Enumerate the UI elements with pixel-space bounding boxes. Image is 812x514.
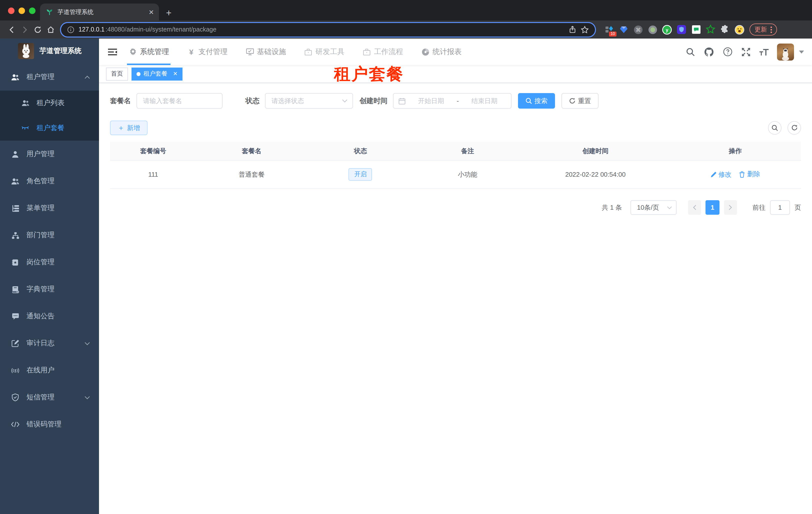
avatar-caret-down-icon[interactable] — [799, 50, 804, 53]
add-button[interactable]: ＋ 新增 — [110, 120, 147, 135]
minimize-window-button[interactable] — [19, 7, 25, 14]
app-header: 系统管理 ¥ 支付管理 基础设施 研发工具 — [99, 38, 812, 65]
sidebar-item-dict-management[interactable]: 字典管理 — [0, 276, 99, 303]
active-tag-dot — [137, 72, 141, 76]
app-logo[interactable]: 芋道管理系统 — [0, 38, 99, 63]
sidebar-item-online-users[interactable]: 在线用户 — [0, 357, 99, 384]
tag-tenant-package[interactable]: 租户套餐 ✕ — [132, 67, 182, 80]
badge-icon — [11, 258, 20, 267]
topnav-dev-tools[interactable]: 研发工具 — [302, 38, 346, 65]
sidebar-item-department-management[interactable]: 部门管理 — [0, 222, 99, 249]
next-page-button[interactable] — [724, 200, 737, 215]
edit-link[interactable]: 修改 — [710, 170, 731, 179]
search-button[interactable]: 搜索 — [518, 93, 555, 109]
gear-icon — [128, 48, 137, 56]
date-range-picker[interactable]: 开始日期 - 结束日期 — [393, 93, 512, 109]
extension-star-icon[interactable] — [705, 25, 716, 34]
sidebar-item-label: 短信管理 — [27, 393, 55, 402]
sidebar-menu: 租户管理 租户列表 租户套餐 — [0, 63, 99, 438]
browser-update-button[interactable]: 更新 — [750, 24, 777, 35]
reset-button[interactable]: 重置 — [561, 93, 599, 109]
search-button-label: 搜索 — [534, 96, 548, 105]
zoom-window-button[interactable] — [29, 7, 35, 14]
sidebar-item-label: 通知公告 — [27, 312, 55, 321]
search-icon[interactable] — [685, 46, 696, 58]
package-name-input[interactable] — [137, 93, 223, 109]
sidebar-item-audit-log[interactable]: 审计日志 — [0, 330, 99, 357]
chevron-down-icon — [667, 206, 672, 209]
tag-close-icon[interactable]: ✕ — [173, 71, 177, 77]
broadcast-user-icon — [11, 366, 20, 375]
chat-bubble-icon — [11, 312, 20, 321]
user-avatar[interactable] — [777, 43, 794, 60]
extension-tabs-icon[interactable]: 10 — [604, 25, 614, 34]
tab-close-icon[interactable]: ✕ — [148, 8, 154, 16]
github-icon[interactable] — [703, 46, 715, 58]
topnav-statistics-report[interactable]: 统计报表 — [419, 38, 463, 65]
page-size-select[interactable]: 10条/页 — [631, 200, 676, 215]
goto-page-input[interactable] — [770, 200, 790, 215]
end-date-input[interactable]: 结束日期 — [463, 96, 506, 105]
extensions-puzzle-icon[interactable] — [720, 25, 730, 34]
status-select[interactable]: 请选择状态 — [265, 93, 353, 109]
bookmark-star-icon[interactable] — [580, 25, 589, 34]
prev-page-button[interactable] — [688, 200, 701, 215]
topnav-payment-management[interactable]: ¥ 支付管理 — [185, 38, 229, 65]
extension-y-icon[interactable]: y — [662, 25, 672, 34]
page-number-current[interactable]: 1 — [705, 200, 720, 215]
screen: 芋道管理系统 ✕ + 127.0.0.1:48080/admin-ui/syst… — [0, 0, 812, 514]
home-icon[interactable] — [44, 23, 57, 36]
browser-menu-kebab-icon[interactable] — [771, 26, 772, 33]
topnav-infrastructure[interactable]: 基础设施 — [244, 38, 288, 65]
show-search-toggle-button[interactable] — [768, 121, 782, 135]
pencil-icon — [710, 172, 717, 178]
sidebar-item-user-management[interactable]: 用户管理 — [0, 141, 99, 168]
extension-chat-icon[interactable] — [691, 25, 701, 34]
col-package-name: 套餐名 — [197, 146, 307, 155]
topnav-system-management[interactable]: 系统管理 — [127, 38, 171, 65]
sidebar-item-post-management[interactable]: 岗位管理 — [0, 249, 99, 276]
font-size-icon[interactable] — [758, 46, 771, 58]
sidebar-item-notice-announcement[interactable]: 通知公告 — [0, 303, 99, 330]
tag-home[interactable]: 首页 — [106, 67, 128, 80]
lashes-icon — [21, 124, 29, 132]
edit-log-icon — [11, 339, 20, 348]
cell-remark: 小功能 — [414, 170, 521, 179]
site-info-icon[interactable] — [67, 26, 75, 33]
browser-tab[interactable]: 芋道管理系统 ✕ — [40, 3, 159, 21]
extension-command-icon[interactable]: ⌘ — [633, 25, 643, 34]
profile-emoji-icon[interactable] — [734, 25, 745, 34]
extension-gem-icon[interactable] — [618, 25, 629, 34]
topnav-label: 统计报表 — [433, 47, 462, 57]
sidebar-item-menu-management[interactable]: 菜单管理 — [0, 195, 99, 222]
filter-form: 套餐名 状态 请选择状态 创建时间 开始日期 - 结束日期 — [110, 93, 801, 109]
back-icon[interactable] — [5, 23, 18, 36]
url-bar[interactable]: 127.0.0.1:48080/admin-ui/system/tenant/p… — [61, 23, 595, 36]
sidebar-item-sms-management[interactable]: 短信管理 — [0, 384, 99, 411]
fullscreen-icon[interactable] — [740, 46, 752, 58]
help-icon[interactable] — [722, 46, 733, 58]
search-icon — [772, 125, 778, 131]
sidebar-item-error-code-management[interactable]: 错误码管理 — [0, 411, 99, 438]
monitor-icon — [245, 48, 254, 56]
sidebar-item-role-management[interactable]: 角色管理 — [0, 168, 99, 195]
extension-shield-icon[interactable] — [676, 25, 687, 34]
extension-badge: 10 — [609, 31, 616, 36]
sidebar-fold-icon[interactable] — [105, 44, 120, 59]
tag-label: 租户套餐 — [144, 70, 168, 78]
reload-icon[interactable] — [31, 23, 44, 36]
sidebar-item-tenant-package[interactable]: 租户套餐 — [0, 116, 99, 141]
pagination-total: 共 1 条 — [602, 203, 622, 212]
forward-icon[interactable] — [18, 23, 31, 36]
sidebar-item-tenant-management[interactable]: 租户管理 — [0, 63, 99, 90]
sidebar-item-label: 错误码管理 — [27, 420, 61, 429]
start-date-input[interactable]: 开始日期 — [409, 96, 453, 105]
new-tab-button[interactable]: + — [166, 8, 172, 18]
delete-link[interactable]: 删除 — [739, 170, 760, 179]
refresh-table-button[interactable] — [787, 121, 801, 135]
close-window-button[interactable] — [8, 7, 14, 14]
share-icon[interactable] — [569, 26, 577, 33]
extension-dot-icon[interactable] — [647, 25, 658, 34]
sidebar-item-tenant-list[interactable]: 租户列表 — [0, 90, 99, 116]
topnav-workflow[interactable]: 工作流程 — [361, 38, 405, 65]
